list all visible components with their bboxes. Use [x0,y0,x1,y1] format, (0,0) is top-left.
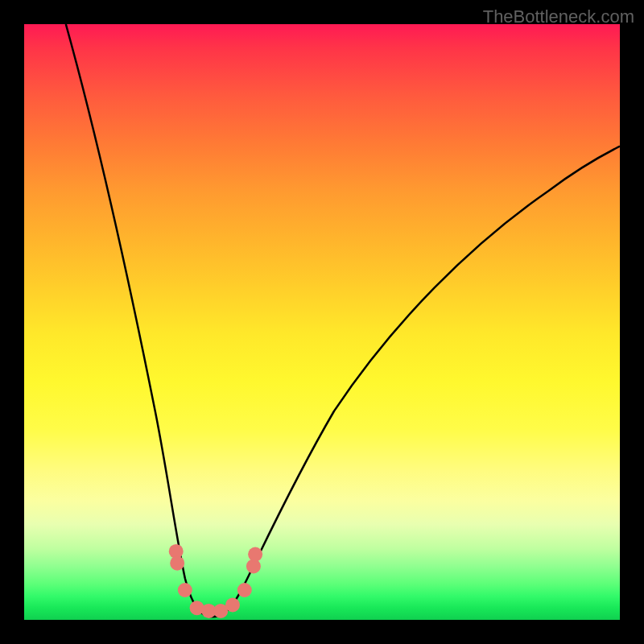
marker-dot [178,583,192,597]
chart-svg [24,24,620,620]
marker-dot [225,598,240,613]
marker-dot [170,556,184,571]
curve-markers [169,544,262,618]
marker-dot [237,583,252,597]
chart-container [24,24,620,620]
marker-dot [248,547,262,562]
curve-line [66,24,620,617]
watermark-text: TheBottleneck.com [483,6,634,27]
